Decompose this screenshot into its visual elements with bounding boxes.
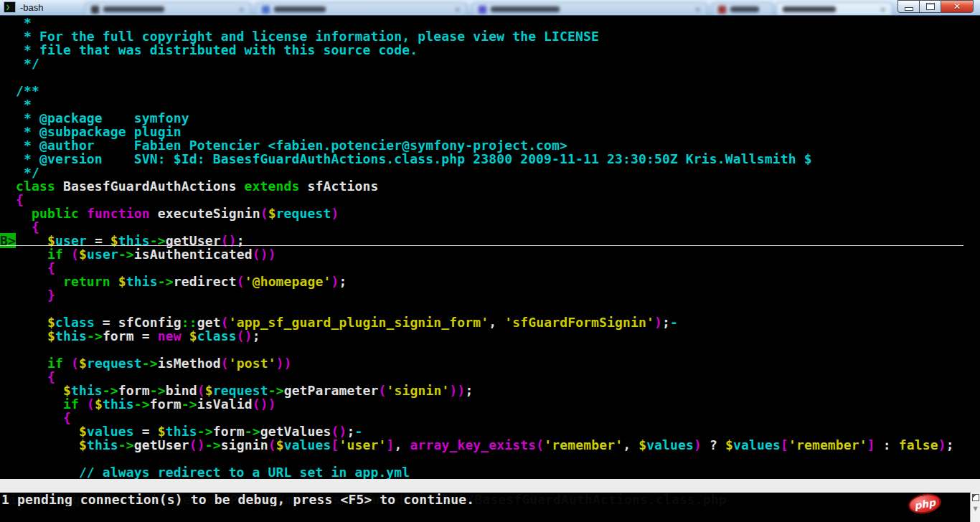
sign-column — [0, 356, 16, 371]
sign-column — [0, 315, 16, 330]
background-browser-tabs: ✕ ✕ ✕ ✕ — [0, 0, 980, 15]
code-line: B> $user = $this->getUser(); — [0, 234, 980, 247]
code-line: */ — [0, 166, 980, 179]
vim-sign-marker: B> — [0, 233, 16, 248]
sign-column — [0, 97, 16, 112]
code-line: $this->getUser()->signin($values['user']… — [0, 438, 980, 452]
tab-close-icon[interactable]: ✕ — [455, 6, 461, 14]
code-line: $class = sfConfig::get('app_sf_guard_plu… — [0, 315, 980, 329]
input-indicator-icon — [972, 494, 979, 501]
restore-button[interactable] — [919, 0, 941, 13]
restore-icon — [926, 3, 935, 10]
sign-column — [0, 328, 16, 343]
minimize-button[interactable] — [897, 0, 919, 13]
tab-title-blob — [274, 6, 326, 12]
code-line: if ($request->isMethod('post')) — [0, 356, 980, 370]
code-line: public function executeSignin($request) — [0, 207, 980, 220]
sign-column — [0, 247, 16, 262]
code-line: $this->form->bind($request->getParameter… — [0, 384, 980, 397]
sign-column — [0, 42, 16, 57]
sign-column — [0, 219, 16, 234]
sign-column — [0, 151, 16, 166]
code-line — [0, 452, 980, 465]
code-line: if ($this->form->isValid()) — [0, 397, 980, 411]
tab-title-blob — [783, 6, 836, 12]
code-line: { — [0, 220, 980, 234]
code-line: * file that was distributed with this so… — [0, 43, 980, 57]
sign-column — [0, 29, 16, 44]
tab-close-icon[interactable]: ✕ — [695, 6, 701, 14]
tab-close-icon[interactable]: ✕ — [239, 6, 245, 14]
browser-tab-active[interactable]: ✕ — [776, 2, 892, 16]
window-controls: ✕ — [897, 0, 974, 13]
close-button[interactable]: ✕ — [941, 0, 974, 13]
sign-column — [0, 342, 16, 357]
titlebar-left: ❯ -bash — [4, 1, 44, 13]
browser-tab[interactable]: ✕ — [472, 2, 707, 16]
sign-column — [0, 110, 16, 125]
code-line: * @version SVN: $Id: BasesfGuardAuthActi… — [0, 152, 980, 166]
code-line: * — [0, 98, 980, 111]
sign-column — [0, 70, 16, 85]
tab-favicon — [479, 6, 486, 14]
terminal-window: ✕ ✕ ✕ ✕ ❯ -b — [0, 0, 980, 522]
tab-favicon — [262, 6, 270, 14]
code-line: $values = $this->form->getValues();- — [0, 424, 980, 438]
code-line: * For the full copyright and license inf… — [0, 29, 980, 43]
code-line: /** — [0, 84, 980, 98]
tab-title-blob — [730, 6, 759, 12]
code-line: } — [0, 288, 980, 302]
close-icon: ✕ — [953, 2, 961, 11]
window-titlebar[interactable]: ✕ ✕ ✕ ✕ ❯ -b — [0, 0, 980, 16]
browser-tab[interactable]: ✕ — [85, 2, 251, 16]
sign-column — [0, 124, 16, 139]
tab-close-icon[interactable]: ✕ — [880, 6, 886, 14]
code-line: { — [0, 193, 980, 207]
code-line: * @package symfony — [0, 111, 980, 125]
sign-column — [0, 437, 16, 452]
code-line: { — [0, 370, 980, 384]
code-line — [0, 343, 980, 356]
sign-column — [0, 138, 16, 153]
sign-column — [0, 165, 16, 180]
sign-column — [0, 274, 16, 289]
tab-title-blob — [103, 6, 164, 12]
sign-column — [0, 451, 16, 466]
code-line: * @author Fabien Potencier <fabien.poten… — [0, 138, 980, 152]
browser-tab[interactable] — [712, 2, 773, 16]
tab-title-blob — [491, 6, 560, 12]
browser-tab[interactable]: ✕ — [255, 2, 467, 16]
sign-column — [0, 288, 16, 303]
sign-column — [0, 179, 16, 194]
code-line: * — [0, 16, 980, 29]
minimize-icon — [905, 7, 913, 11]
code-line: $this->form = new $class(); — [0, 329, 980, 343]
code-area: * * For the full copyright and license i… — [0, 16, 980, 479]
sign-column — [0, 301, 16, 316]
sign-column — [0, 397, 16, 412]
code-line: class BasesfGuardAuthActions extends sfA… — [0, 179, 980, 193]
sign-column — [0, 383, 16, 398]
vim-statusline: oibdc/plugins/sfDoctrineGuardPlugin/modu… — [0, 479, 980, 493]
code-line: * @subpackage plugin — [0, 125, 980, 138]
code-line: // always redirect to a URL set in app.y… — [0, 465, 980, 479]
code-line — [0, 302, 980, 315]
code-line: if ($user->isAuthenticated()) — [0, 247, 980, 261]
scrollbar[interactable]: ▼ — [970, 492, 980, 522]
screen-status-bar: [ brook-PC ][ (0*$bash) 1-$ bash ][ 24/1… — [0, 506, 980, 522]
sign-column — [0, 410, 16, 425]
code-line: return $this->redirect('@homepage'); — [0, 275, 980, 288]
window-title: -bash — [20, 2, 44, 13]
sign-column — [0, 369, 16, 384]
sign-column — [0, 260, 16, 275]
sign-column — [0, 15, 16, 30]
sign-column — [0, 424, 16, 439]
sign-column — [0, 206, 16, 221]
tab-favicon — [718, 6, 726, 14]
vim-message-line: 1 pending connection(s) to be debug, pre… — [1, 493, 474, 506]
tab-favicon — [91, 6, 99, 14]
scroll-down-icon[interactable]: ▼ — [971, 506, 980, 512]
code-line: { — [0, 261, 980, 275]
code-line: { — [0, 411, 980, 424]
code-line — [0, 70, 980, 84]
